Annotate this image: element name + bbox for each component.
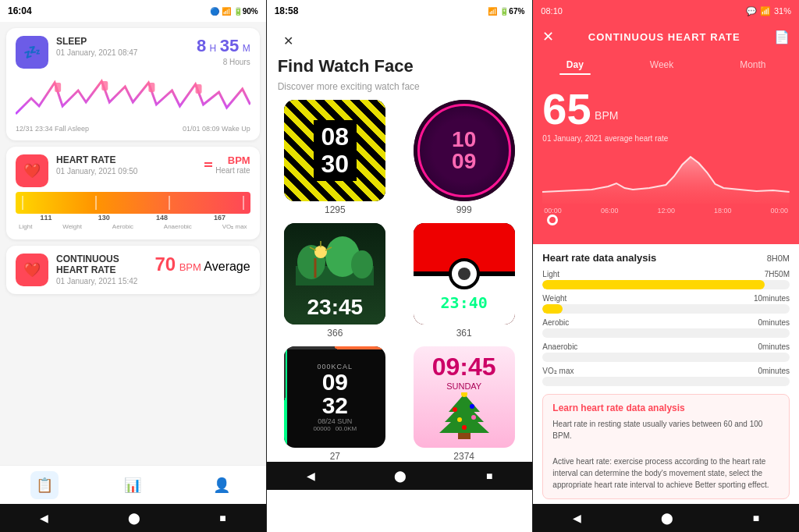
bar-row-light: Light 7H50M: [542, 270, 790, 289]
hr-bar-markers: [22, 196, 244, 210]
watch-face-361[interactable]: 23:40: [414, 223, 515, 325]
svg-point-7: [351, 250, 373, 278]
hr-title: HEART RATE: [56, 154, 197, 165]
p3-date-sub: 01 January, 2021 average heart rate: [542, 134, 790, 143]
back-btn-3[interactable]: ◀: [573, 512, 581, 524]
sleep-card: 💤 SLEEP 01 January, 2021 08:47 8 H 35 M …: [6, 28, 260, 140]
wf-1295-inner: 0830: [284, 100, 385, 201]
cont-hr-header: ❤️ CONTINUOUS HEART RATE 01 January, 202…: [16, 254, 250, 286]
recent-btn-3[interactable]: ■: [753, 512, 759, 524]
panel-watchface: 18:58 📶 🔋67% ✕ Find Watch Face Discover …: [267, 0, 533, 532]
sleep-value: 8 H 35 M 8 Hours: [197, 36, 250, 66]
wf-361-time: 23:40: [441, 293, 488, 312]
pokeball-center: [449, 258, 480, 289]
wf-366-inner: 23:45: [284, 223, 385, 325]
battery-2: 🔋67%: [499, 7, 524, 16]
svg-rect-16: [458, 433, 471, 439]
nav-activity[interactable]: 📊: [119, 471, 147, 499]
back-btn-2[interactable]: ◀: [307, 470, 315, 482]
svg-point-21: [471, 415, 476, 420]
hr-values-row: 111 130 148 167: [16, 214, 250, 222]
cont-hr-title: CONTINUOUS HEART RATE: [56, 254, 147, 275]
watch-label-999: 999: [456, 204, 472, 215]
watch-grid: 0830 1295 10 09 999: [267, 100, 533, 462]
info-title: Learn heart rate data analysis: [552, 403, 779, 413]
watch-face-999[interactable]: 10 09: [414, 100, 515, 201]
system-nav-3: ◀ ⬤ ■: [533, 504, 799, 532]
watch-face-27[interactable]: 000KCAL 0932 08/24 SUN 00000 00.0KM: [284, 346, 385, 448]
tab-month[interactable]: Month: [724, 55, 781, 75]
watch-face-366[interactable]: 23:45: [284, 223, 385, 325]
watch-label-27: 27: [330, 451, 340, 462]
hr-val-2: 130: [98, 214, 110, 222]
tab-week[interactable]: Week: [634, 55, 689, 75]
watch-face-1295[interactable]: 0830: [284, 100, 385, 201]
svg-rect-3: [196, 84, 202, 94]
heart-rate-card: ❤️ HEART RATE 01 January, 2021 09:50 BPM…: [6, 147, 260, 239]
wf-27-date: 08/24 SUN: [318, 417, 352, 425]
chart-label-2: 12:00: [657, 207, 675, 215]
watchface-title-area: Find Watch Face: [267, 56, 533, 81]
bar-row-vo2: VO₂ max 0minutes: [542, 367, 790, 386]
zone-weight: Weight: [62, 223, 82, 230]
status-bar-1: 16:04 🔵 📶 🔋90%: [0, 0, 266, 22]
tab-day[interactable]: Day: [551, 55, 599, 75]
bar-track-aerobic: [542, 328, 790, 338]
document-icon[interactable]: 📄: [774, 30, 790, 44]
cont-bpm-unit: BPM: [179, 261, 201, 273]
hr-bpm-label: BPM Heart rate: [204, 154, 250, 175]
sleep-chart: [16, 75, 250, 122]
recent-btn-1[interactable]: ■: [219, 512, 225, 524]
watch-item-27[interactable]: 000KCAL 0932 08/24 SUN 00000 00.0KM 27: [275, 346, 396, 462]
p3-info-box: Learn heart rate data analysis Heart rat…: [542, 394, 790, 499]
cont-hr-value: 70 BPM Average: [154, 254, 250, 275]
fall-asleep-label: 12/31 23:34 Fall Asleep: [16, 125, 89, 133]
status-bar-2: 18:58 📶 🔋67%: [267, 0, 533, 22]
bar-row-weight: Weight 10minutes: [542, 294, 790, 314]
home-btn-3[interactable]: ⬤: [661, 512, 673, 524]
home-btn-1[interactable]: ⬤: [128, 512, 140, 524]
watch-item-1295[interactable]: 0830 1295: [275, 100, 396, 215]
hr-type: Heart rate: [215, 166, 250, 175]
zone-light: Light: [19, 223, 32, 230]
watchface-subtitle: Discover more exciting watch face: [267, 81, 533, 100]
bpm-unit: BPM: [215, 154, 250, 166]
wf-27-inner: 000KCAL 0932 08/24 SUN 00000 00.0KM: [284, 346, 385, 448]
chart-label-1: 06:00: [601, 207, 619, 215]
svg-rect-2: [148, 83, 154, 92]
zone-anaerobic: Anaerobic: [164, 223, 192, 230]
wf-361-inner: 23:40: [414, 223, 515, 325]
p3-tabs: Day Week Month: [533, 51, 799, 75]
svg-point-19: [470, 404, 474, 409]
sleep-minutes: 35: [220, 36, 239, 55]
watch-item-2374[interactable]: 09:45 SUNDAY: [403, 346, 524, 462]
close-hr-btn[interactable]: ✕: [542, 28, 554, 45]
watch-label-366: 366: [327, 328, 343, 339]
sleep-card-header: 💤 SLEEP 01 January, 2021 08:47 8 H 35 M …: [16, 36, 250, 69]
wf-999-time: 10: [452, 129, 476, 151]
signal-icon-3: 📶: [760, 6, 771, 16]
time-1: 16:04: [8, 5, 32, 16]
back-btn-1[interactable]: ◀: [40, 512, 48, 524]
info-text2: Active heart rate: exercise process acco…: [552, 456, 779, 491]
nav-summary[interactable]: 📋: [30, 471, 59, 499]
watch-face-2374[interactable]: 09:45 SUNDAY: [414, 346, 515, 448]
svg-rect-0: [55, 83, 61, 92]
watch-item-366[interactable]: 23:45 366: [275, 223, 396, 339]
bar-row-aerobic: Aerobic 0minutes: [542, 318, 790, 338]
bar-track-vo2: [542, 377, 790, 386]
watch-item-999[interactable]: 10 09 999: [403, 100, 524, 215]
home-btn-2[interactable]: ⬤: [394, 470, 407, 482]
wake-up-label: 01/01 08:09 Wake Up: [183, 125, 250, 133]
time-3: 08:10: [541, 6, 563, 16]
sleep-h-unit: H: [210, 43, 217, 54]
p3-chart-labels: 00:00 06:00 12:00 18:00 00:00: [542, 207, 790, 215]
watch-item-361[interactable]: 23:40 361: [403, 223, 524, 339]
nav-profile[interactable]: 👤: [208, 471, 236, 499]
close-watchface-btn[interactable]: ✕: [278, 30, 300, 51]
chat-icon: 💬: [746, 6, 757, 16]
info-text1: Heart rate in resting state usually vari…: [552, 418, 779, 442]
p3-analysis-header: Heart rate data analysis 8H0M: [542, 252, 790, 264]
wf-27-time: 0932: [322, 371, 348, 417]
recent-btn-2[interactable]: ■: [486, 470, 492, 482]
